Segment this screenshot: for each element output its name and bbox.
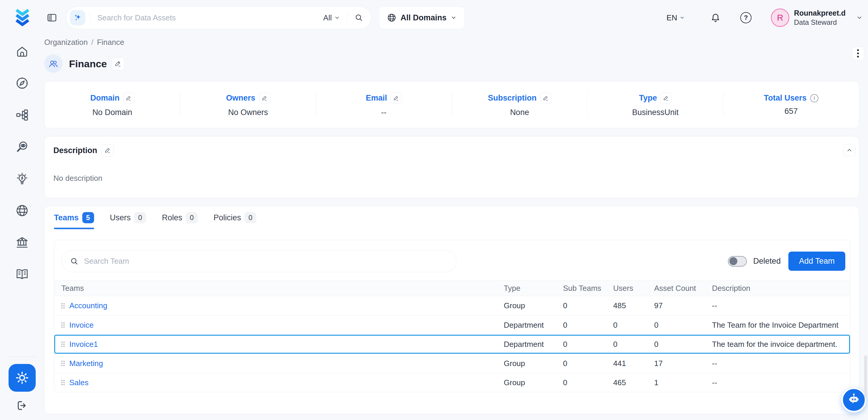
team-people-icon	[48, 58, 59, 69]
sidebar-item-logout[interactable]	[16, 399, 28, 412]
sidebar-item-data-flow[interactable]	[0, 99, 44, 131]
search-icon[interactable]	[354, 13, 363, 22]
logout-icon	[16, 399, 28, 412]
user-menu[interactable]: Rounakpreet.d Data Steward	[794, 8, 845, 27]
chevron-down-icon[interactable]	[856, 14, 863, 21]
info-icon: i	[810, 94, 818, 102]
total-users-value: 657	[784, 107, 798, 116]
tab-roles[interactable]: Roles 0	[162, 206, 197, 229]
chatbot-button[interactable]	[841, 388, 866, 412]
sidebar-item-insights[interactable]	[0, 163, 44, 195]
top-right-cluster: EN ? R Rounakpreet.d Data Steward	[666, 8, 868, 27]
subscription-value: None	[510, 108, 529, 117]
total-users-label: Total Users	[764, 93, 807, 102]
collapse-description-button[interactable]	[843, 144, 856, 156]
breadcrumb-finance[interactable]: Finance	[97, 38, 124, 47]
drag-handle[interactable]	[61, 380, 65, 385]
drag-handle[interactable]	[61, 341, 65, 347]
help-icon[interactable]: ?	[740, 12, 751, 23]
table-row: Sales Group 0 465 1 --	[54, 373, 850, 392]
global-search-bar: All	[66, 6, 371, 29]
team-type: Department	[504, 340, 563, 349]
edit-title-button[interactable]	[112, 57, 124, 70]
email-value: --	[381, 108, 386, 117]
tab-teams[interactable]: Teams 5	[54, 206, 94, 229]
chevron-down-icon	[334, 15, 340, 21]
team-type: Group	[504, 359, 563, 368]
team-search-input[interactable]	[84, 257, 448, 266]
sidebar-item-learning[interactable]	[0, 258, 44, 290]
domain-selector-value: All Domains	[401, 13, 446, 22]
team-sub-teams: 0	[563, 340, 613, 349]
lightbulb-icon	[16, 172, 29, 185]
language-selector[interactable]: EN	[666, 13, 685, 22]
edit-subscription-button[interactable]	[540, 93, 551, 104]
info-field-type: Type BusinessUnit	[588, 93, 723, 117]
global-search-input[interactable]	[90, 13, 323, 22]
page-title: Finance	[69, 58, 107, 69]
team-link-accounting[interactable]: Accounting	[69, 301, 107, 310]
team-description: The Team for the Invoice Department	[712, 321, 850, 330]
info-panel: Domain No Domain Owners No Owners Email …	[44, 81, 859, 128]
divider	[347, 12, 347, 23]
sidebar-item-govern[interactable]	[0, 227, 44, 258]
edit-type-button[interactable]	[660, 93, 672, 104]
tab-users[interactable]: Users 0	[110, 206, 146, 229]
edit-owners-button[interactable]	[259, 93, 270, 104]
search-scope-value: All	[323, 13, 332, 22]
team-avatar	[44, 55, 63, 73]
team-sub-teams: 0	[563, 321, 613, 330]
column-header-sub-teams: Sub Teams	[563, 284, 613, 293]
table-header: Teams Type Sub Teams Users Asset Count D…	[54, 280, 850, 296]
team-link-sales[interactable]: Sales	[69, 378, 89, 387]
language-value: EN	[666, 13, 677, 22]
team-description: --	[712, 378, 850, 387]
search-scope-dropdown[interactable]: All	[323, 13, 340, 22]
notifications-bell-icon[interactable]	[710, 12, 721, 23]
breadcrumb-organization[interactable]: Organization	[44, 38, 88, 47]
team-description: The team for the invoice department.	[712, 340, 850, 349]
tab-teams-label: Teams	[54, 213, 79, 222]
drag-handle[interactable]	[61, 361, 65, 366]
domain-selector[interactable]: All Domains	[379, 6, 465, 29]
team-type: Group	[504, 378, 563, 387]
home-icon	[16, 44, 29, 58]
team-users: 0	[613, 340, 654, 349]
domain-value: No Domain	[92, 108, 132, 117]
team-users: 485	[613, 301, 654, 310]
tab-policies-label: Policies	[214, 213, 241, 222]
pencil-icon	[543, 95, 549, 101]
sidebar-item-domains[interactable]	[0, 195, 44, 227]
sidebar-item-explore[interactable]	[0, 67, 44, 99]
team-users: 465	[613, 378, 654, 387]
add-team-button[interactable]: Add Team	[788, 251, 845, 271]
info-field-total-users: Total Users i 657	[723, 93, 859, 116]
manage-menu-button[interactable]	[852, 47, 864, 60]
teams-table-panel: Deleted Add Team Teams Type Sub Teams Us…	[54, 240, 850, 392]
edit-email-button[interactable]	[391, 93, 402, 104]
team-link-invoice1[interactable]: Invoice1	[69, 340, 98, 349]
team-link-marketing[interactable]: Marketing	[69, 359, 103, 368]
sidebar-toggle-icon[interactable]	[46, 12, 57, 23]
tab-policies[interactable]: Policies 0	[214, 206, 256, 229]
user-avatar[interactable]: R	[771, 8, 789, 27]
team-link-invoice[interactable]: Invoice	[69, 321, 93, 330]
sidebar-item-home[interactable]	[0, 35, 44, 67]
drag-handle[interactable]	[61, 322, 65, 328]
edit-domain-button[interactable]	[123, 93, 134, 104]
search-icon	[70, 257, 79, 266]
team-type: Group	[504, 301, 563, 310]
edit-description-button[interactable]	[101, 144, 114, 157]
ai-sparkle-button[interactable]	[70, 10, 85, 25]
team-asset-count: 1	[654, 378, 712, 387]
top-bar: All All Domains EN ? R Rounakpreet.d	[0, 0, 868, 35]
drag-handle[interactable]	[61, 303, 65, 308]
app-logo-icon[interactable]	[12, 7, 33, 28]
scrollbar-thumb[interactable]	[864, 355, 867, 398]
deleted-toggle[interactable]	[728, 256, 747, 267]
sidebar-item-settings[interactable]	[8, 364, 36, 392]
team-type: Department	[504, 321, 563, 330]
sidebar-item-observability[interactable]	[0, 131, 44, 163]
sparkle-icon	[73, 13, 82, 22]
description-empty-text: No description	[53, 174, 850, 183]
